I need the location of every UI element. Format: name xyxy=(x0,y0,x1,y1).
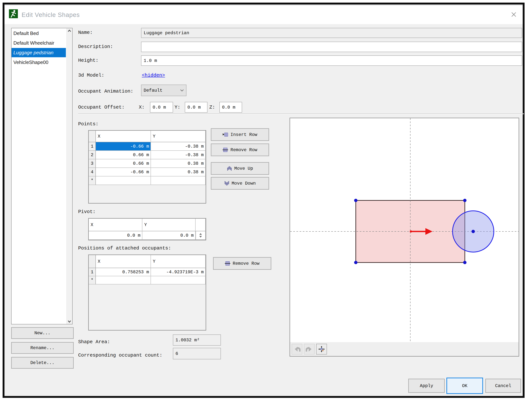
undo-button[interactable] xyxy=(291,344,302,355)
window-title: Edit Vehicle Shapes xyxy=(22,5,80,24)
positions-row-header[interactable]: 1 xyxy=(89,268,96,276)
list-item-default-wheelchair[interactable]: Default Wheelchair xyxy=(12,38,66,48)
positions-cell-y1[interactable]: -4.923719E-3 m xyxy=(151,268,206,276)
shape-area-label: Shape Area: xyxy=(78,339,110,345)
occupant-count-value: 6 xyxy=(176,351,178,356)
chevron-down-icon xyxy=(180,89,184,92)
points-row-header[interactable]: 1 xyxy=(89,142,96,151)
remove-row-label: Remove Row xyxy=(230,148,257,152)
points-corner-header xyxy=(89,131,96,142)
pivot-col-y: Y xyxy=(142,219,196,231)
vertex-handle[interactable] xyxy=(463,261,467,264)
vertex-handle[interactable] xyxy=(354,199,357,202)
points-cell-x4[interactable]: -0.66 m xyxy=(96,168,151,176)
points-cell-y2[interactable]: -0.38 m xyxy=(151,151,206,159)
move-up-label: Move Up xyxy=(234,166,253,171)
move-up-button[interactable]: Move Up xyxy=(211,162,269,175)
scroll-down-icon[interactable] xyxy=(67,319,71,323)
points-new-cell-x[interactable] xyxy=(96,176,151,185)
insert-row-label: Insert Row xyxy=(230,132,257,137)
occupant-center-handle[interactable] xyxy=(472,230,475,233)
pivot-spinner[interactable] xyxy=(196,231,206,240)
redo-button[interactable] xyxy=(304,344,315,355)
height-label: Height: xyxy=(78,58,98,63)
points-cell-y1[interactable]: -0.38 m xyxy=(151,142,206,151)
rename-button[interactable]: Rename... xyxy=(11,342,74,354)
points-col-y: Y xyxy=(151,131,206,142)
description-label: Description: xyxy=(78,44,113,49)
ok-button[interactable]: OK xyxy=(446,378,483,394)
points-row-header[interactable]: 4 xyxy=(89,168,96,176)
model-label: 3d Model: xyxy=(78,73,104,78)
spinner-down-icon[interactable] xyxy=(199,236,202,238)
points-cell-x2[interactable]: 0.66 m xyxy=(96,151,151,159)
offset-label: Occupant Offset: xyxy=(78,105,125,110)
pivot-x-cell[interactable]: 0.0 m xyxy=(89,231,142,240)
points-label: Points: xyxy=(78,121,98,127)
points-new-row-header[interactable]: * xyxy=(89,176,96,185)
occupant-count-field: 6 xyxy=(173,348,221,359)
positions-new-cell-y[interactable] xyxy=(151,276,206,284)
spinner-up-icon[interactable] xyxy=(199,233,202,235)
screenshot-root: Edit Vehicle Shapes Default Bed Default … xyxy=(0,0,532,401)
move-up-icon xyxy=(227,166,232,171)
name-value: Luggage pedstrian xyxy=(144,31,189,36)
positions-new-row-header[interactable]: * xyxy=(89,276,96,284)
close-icon xyxy=(511,11,517,18)
new-button[interactable]: New... xyxy=(11,327,74,339)
points-cell-y3[interactable]: 0.38 m xyxy=(151,159,206,168)
shape-area-value: 1.0032 m² xyxy=(176,338,200,343)
pivot-y-cell[interactable]: 0.0 m xyxy=(142,231,196,240)
offset-x-field[interactable]: 0.0 m xyxy=(150,102,173,113)
move-down-button[interactable]: Move Down xyxy=(211,177,269,190)
cancel-button[interactable]: Cancel xyxy=(485,379,521,393)
model-hidden-link[interactable]: <hidden> xyxy=(142,73,165,78)
points-col-x: X xyxy=(96,131,151,142)
scroll-up-icon[interactable] xyxy=(67,29,71,33)
pivot-spinner-header xyxy=(196,219,206,231)
remove-row-button[interactable]: Remove Row xyxy=(211,143,269,156)
shape-area-field: 1.0032 m² xyxy=(173,334,221,345)
points-row-header[interactable]: 3 xyxy=(89,159,96,168)
insert-row-button[interactable]: Insert Row xyxy=(211,128,269,141)
remove-occupant-row-button[interactable]: Remove Row xyxy=(213,257,271,270)
pan-tool-button[interactable] xyxy=(316,344,327,355)
animation-label: Occupant Animation: xyxy=(78,88,133,94)
positions-col-x: X xyxy=(96,255,151,268)
vehicle-shape-list[interactable]: Default Bed Default Wheelchair Luggage p… xyxy=(11,28,73,324)
apply-button[interactable]: Apply xyxy=(408,379,445,393)
height-field[interactable]: 1.0 m xyxy=(141,56,522,66)
remove-row-icon xyxy=(225,261,230,266)
description-field[interactable] xyxy=(141,42,522,52)
offset-y-field[interactable]: 0.0 m xyxy=(185,102,208,113)
shape-preview-drawing xyxy=(290,118,519,342)
delete-button[interactable]: Delete... xyxy=(11,357,74,369)
list-item-luggage-pedstrian[interactable]: Luggage pedstrian xyxy=(12,48,66,57)
positions-new-cell-x[interactable] xyxy=(96,276,151,284)
title-bar: Edit Vehicle Shapes xyxy=(5,5,523,24)
list-item-default-bed[interactable]: Default Bed xyxy=(12,29,66,38)
pivot-col-x: X xyxy=(89,219,142,231)
points-cell-x3[interactable]: 0.66 m xyxy=(96,159,151,168)
list-scrollbar[interactable] xyxy=(66,28,72,324)
points-cell-x1[interactable]: -0.66 m xyxy=(96,142,151,151)
insert-row-icon xyxy=(222,132,228,137)
points-row-header[interactable]: 2 xyxy=(89,151,96,159)
list-item-vehicleshape00[interactable]: VehicleShape00 xyxy=(12,58,66,67)
offset-z-field[interactable]: 0.0 m xyxy=(219,102,242,113)
points-cell-y4[interactable]: 0.38 m xyxy=(151,168,206,176)
offset-x-value: 0.0 m xyxy=(152,105,166,110)
move-down-icon xyxy=(224,181,229,185)
shape-preview-canvas[interactable] xyxy=(290,118,519,342)
animation-dropdown[interactable]: Default xyxy=(141,85,186,96)
close-button[interactable] xyxy=(510,10,518,19)
pan-tool-icon xyxy=(318,346,325,352)
points-table-filler xyxy=(89,185,206,203)
edit-vehicle-shapes-dialog: Edit Vehicle Shapes Default Bed Default … xyxy=(3,3,525,398)
positions-cell-x1[interactable]: 0.758253 m xyxy=(96,268,151,276)
animation-value: Default xyxy=(144,88,162,93)
points-new-cell-y[interactable] xyxy=(151,176,206,185)
vertex-handle[interactable] xyxy=(354,261,357,264)
vertex-handle[interactable] xyxy=(463,199,467,202)
points-table: X Y 1 -0.66 m -0.38 m 2 0.66 m -0.38 m 3… xyxy=(88,130,206,204)
